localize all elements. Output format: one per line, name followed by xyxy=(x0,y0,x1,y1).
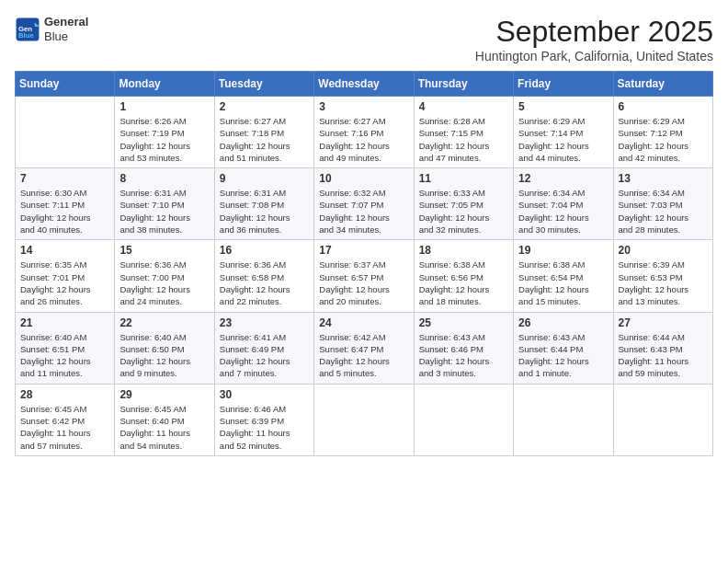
location-title: Huntington Park, California, United Stat… xyxy=(475,49,713,63)
month-title: September 2025 xyxy=(475,15,713,49)
day-info: Sunrise: 6:46 AM Sunset: 6:39 PM Dayligh… xyxy=(220,403,309,452)
day-info: Sunrise: 6:36 AM Sunset: 6:58 PM Dayligh… xyxy=(220,259,309,307)
day-info: Sunrise: 6:33 AM Sunset: 7:05 PM Dayligh… xyxy=(419,187,508,236)
day-number: 8 xyxy=(119,172,209,185)
calendar-week-row: 28Sunrise: 6:45 AM Sunset: 6:42 PM Dayli… xyxy=(16,384,713,455)
day-info: Sunrise: 6:29 AM Sunset: 7:14 PM Dayligh… xyxy=(518,115,608,164)
day-number: 23 xyxy=(220,316,309,329)
calendar-cell: 11Sunrise: 6:33 AM Sunset: 7:05 PM Dayli… xyxy=(414,168,513,240)
calendar-cell xyxy=(314,384,414,455)
calendar-header-row: SundayMondayTuesdayWednesdayThursdayFrid… xyxy=(16,72,713,97)
calendar-cell: 2Sunrise: 6:27 AM Sunset: 7:18 PM Daylig… xyxy=(214,97,313,168)
calendar-cell: 22Sunrise: 6:40 AM Sunset: 6:50 PM Dayli… xyxy=(115,312,214,384)
calendar-cell xyxy=(414,384,513,455)
day-number: 22 xyxy=(119,316,209,329)
day-number: 10 xyxy=(319,172,408,185)
day-number: 17 xyxy=(319,244,408,257)
day-info: Sunrise: 6:41 AM Sunset: 6:49 PM Dayligh… xyxy=(220,331,309,380)
day-number: 12 xyxy=(518,172,608,185)
day-info: Sunrise: 6:44 AM Sunset: 6:43 PM Dayligh… xyxy=(619,331,708,380)
day-number: 5 xyxy=(518,100,608,113)
day-number: 28 xyxy=(20,388,109,401)
calendar-cell: 26Sunrise: 6:43 AM Sunset: 6:44 PM Dayli… xyxy=(514,312,613,384)
day-number: 29 xyxy=(119,388,209,401)
calendar-cell: 25Sunrise: 6:43 AM Sunset: 6:46 PM Dayli… xyxy=(414,312,513,384)
weekday-header: Tuesday xyxy=(214,72,313,97)
calendar-week-row: 1Sunrise: 6:26 AM Sunset: 7:19 PM Daylig… xyxy=(16,97,713,168)
calendar-cell: 3Sunrise: 6:27 AM Sunset: 7:16 PM Daylig… xyxy=(314,97,414,168)
day-number: 3 xyxy=(319,100,408,113)
weekday-header: Saturday xyxy=(613,72,712,97)
svg-text:Blue: Blue xyxy=(18,31,35,40)
day-number: 4 xyxy=(419,100,508,113)
day-info: Sunrise: 6:43 AM Sunset: 6:46 PM Dayligh… xyxy=(419,331,508,380)
day-number: 25 xyxy=(419,316,508,329)
weekday-header: Sunday xyxy=(16,72,115,97)
day-number: 20 xyxy=(619,244,708,257)
day-info: Sunrise: 6:34 AM Sunset: 7:04 PM Dayligh… xyxy=(518,187,608,236)
calendar-cell: 21Sunrise: 6:40 AM Sunset: 6:51 PM Dayli… xyxy=(16,312,115,384)
day-info: Sunrise: 6:43 AM Sunset: 6:44 PM Dayligh… xyxy=(518,331,608,380)
day-info: Sunrise: 6:39 AM Sunset: 6:53 PM Dayligh… xyxy=(619,259,708,307)
calendar-week-row: 21Sunrise: 6:40 AM Sunset: 6:51 PM Dayli… xyxy=(16,312,713,384)
weekday-header: Monday xyxy=(115,72,214,97)
calendar-cell xyxy=(16,97,115,168)
day-info: Sunrise: 6:27 AM Sunset: 7:18 PM Dayligh… xyxy=(220,115,309,164)
day-number: 2 xyxy=(220,100,309,113)
calendar-cell: 23Sunrise: 6:41 AM Sunset: 6:49 PM Dayli… xyxy=(214,312,313,384)
day-info: Sunrise: 6:30 AM Sunset: 7:11 PM Dayligh… xyxy=(20,187,109,236)
day-number: 1 xyxy=(119,100,209,113)
day-info: Sunrise: 6:40 AM Sunset: 6:50 PM Dayligh… xyxy=(119,331,209,380)
day-info: Sunrise: 6:31 AM Sunset: 7:08 PM Dayligh… xyxy=(220,187,309,236)
day-info: Sunrise: 6:40 AM Sunset: 6:51 PM Dayligh… xyxy=(20,331,109,380)
logo-text: General Blue xyxy=(44,15,88,43)
day-info: Sunrise: 6:31 AM Sunset: 7:10 PM Dayligh… xyxy=(119,187,209,236)
calendar-cell: 12Sunrise: 6:34 AM Sunset: 7:04 PM Dayli… xyxy=(514,168,613,240)
calendar-cell: 1Sunrise: 6:26 AM Sunset: 7:19 PM Daylig… xyxy=(115,97,214,168)
day-info: Sunrise: 6:35 AM Sunset: 7:01 PM Dayligh… xyxy=(20,259,109,307)
calendar-cell: 19Sunrise: 6:38 AM Sunset: 6:54 PM Dayli… xyxy=(514,240,613,312)
logo-icon: Gen Blue xyxy=(15,17,40,42)
day-number: 9 xyxy=(220,172,309,185)
day-info: Sunrise: 6:27 AM Sunset: 7:16 PM Dayligh… xyxy=(319,115,408,164)
day-info: Sunrise: 6:29 AM Sunset: 7:12 PM Dayligh… xyxy=(619,115,708,164)
calendar-cell: 13Sunrise: 6:34 AM Sunset: 7:03 PM Dayli… xyxy=(613,168,712,240)
calendar-cell: 18Sunrise: 6:38 AM Sunset: 6:56 PM Dayli… xyxy=(414,240,513,312)
day-info: Sunrise: 6:26 AM Sunset: 7:19 PM Dayligh… xyxy=(119,115,209,164)
calendar-cell: 30Sunrise: 6:46 AM Sunset: 6:39 PM Dayli… xyxy=(214,384,313,455)
day-info: Sunrise: 6:28 AM Sunset: 7:15 PM Dayligh… xyxy=(419,115,508,164)
calendar-table: SundayMondayTuesdayWednesdayThursdayFrid… xyxy=(15,71,713,456)
day-number: 7 xyxy=(20,172,109,185)
day-info: Sunrise: 6:38 AM Sunset: 6:54 PM Dayligh… xyxy=(518,259,608,307)
calendar-cell: 29Sunrise: 6:45 AM Sunset: 6:40 PM Dayli… xyxy=(115,384,214,455)
calendar-cell: 28Sunrise: 6:45 AM Sunset: 6:42 PM Dayli… xyxy=(16,384,115,455)
weekday-header: Friday xyxy=(514,72,613,97)
calendar-cell: 9Sunrise: 6:31 AM Sunset: 7:08 PM Daylig… xyxy=(214,168,313,240)
calendar-cell: 24Sunrise: 6:42 AM Sunset: 6:47 PM Dayli… xyxy=(314,312,414,384)
day-number: 14 xyxy=(20,244,109,257)
day-number: 18 xyxy=(419,244,508,257)
calendar-cell xyxy=(514,384,613,455)
day-info: Sunrise: 6:34 AM Sunset: 7:03 PM Dayligh… xyxy=(619,187,708,236)
logo: Gen Blue General Blue xyxy=(15,15,88,43)
day-number: 16 xyxy=(220,244,309,257)
page-header: Gen Blue General Blue September 2025 Hun… xyxy=(15,15,713,63)
day-number: 24 xyxy=(319,316,408,329)
calendar-cell xyxy=(613,384,712,455)
day-number: 6 xyxy=(619,100,708,113)
day-number: 27 xyxy=(619,316,708,329)
weekday-header: Wednesday xyxy=(314,72,414,97)
calendar-cell: 8Sunrise: 6:31 AM Sunset: 7:10 PM Daylig… xyxy=(115,168,214,240)
calendar-week-row: 14Sunrise: 6:35 AM Sunset: 7:01 PM Dayli… xyxy=(16,240,713,312)
day-number: 26 xyxy=(518,316,608,329)
day-info: Sunrise: 6:37 AM Sunset: 6:57 PM Dayligh… xyxy=(319,259,408,307)
calendar-cell: 10Sunrise: 6:32 AM Sunset: 7:07 PM Dayli… xyxy=(314,168,414,240)
calendar-week-row: 7Sunrise: 6:30 AM Sunset: 7:11 PM Daylig… xyxy=(16,168,713,240)
day-info: Sunrise: 6:38 AM Sunset: 6:56 PM Dayligh… xyxy=(419,259,508,307)
calendar-cell: 16Sunrise: 6:36 AM Sunset: 6:58 PM Dayli… xyxy=(214,240,313,312)
day-info: Sunrise: 6:45 AM Sunset: 6:40 PM Dayligh… xyxy=(119,403,209,452)
day-number: 15 xyxy=(119,244,209,257)
day-number: 30 xyxy=(220,388,309,401)
calendar-cell: 15Sunrise: 6:36 AM Sunset: 7:00 PM Dayli… xyxy=(115,240,214,312)
calendar-cell: 20Sunrise: 6:39 AM Sunset: 6:53 PM Dayli… xyxy=(613,240,712,312)
